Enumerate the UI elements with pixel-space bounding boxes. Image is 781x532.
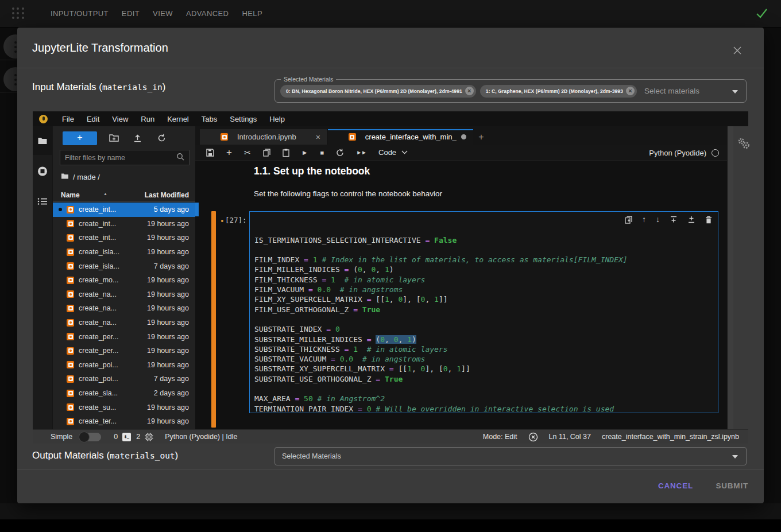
app-menu-item-input-output[interactable]: INPUT/OUTPUT bbox=[51, 6, 109, 21]
close-icon[interactable] bbox=[732, 45, 743, 56]
move-cell-up-icon[interactable]: ↑ bbox=[642, 215, 646, 224]
mode-indicator[interactable]: Mode: Edit bbox=[483, 433, 517, 441]
file-row[interactable]: create_sla...2 days ago bbox=[53, 386, 195, 401]
delete-cell-icon[interactable] bbox=[705, 215, 712, 224]
upload-icon[interactable] bbox=[133, 134, 142, 144]
settings-gears-icon[interactable] bbox=[737, 137, 751, 152]
footer-divider bbox=[17, 469, 764, 470]
code-editor[interactable]: IS_TERMINATIONS_SELECTION_INTERACTIVE = … bbox=[249, 211, 718, 413]
filter-files-input[interactable]: Filter files by name bbox=[60, 150, 190, 165]
submit-button[interactable]: SUBMIT bbox=[716, 481, 748, 490]
file-row[interactable]: create_mo...19 hours ago bbox=[53, 273, 195, 288]
output-materials-select[interactable]: Selected Materials bbox=[274, 447, 747, 465]
chip-remove-icon[interactable]: × bbox=[465, 87, 474, 95]
paste-icon[interactable] bbox=[283, 149, 289, 157]
app-menu-item-advanced[interactable]: ADVANCED bbox=[186, 6, 229, 21]
kernel-status[interactable]: Python (Pyodide) | Idle bbox=[165, 433, 237, 441]
cancel-button[interactable]: CANCEL bbox=[658, 481, 693, 490]
app-menu-item-help[interactable]: HELP bbox=[242, 6, 262, 21]
file-name: create_sla... bbox=[79, 389, 118, 397]
file-row[interactable]: create_su...19 hours ago bbox=[53, 400, 195, 414]
copy-icon[interactable] bbox=[263, 149, 270, 157]
simple-mode-label: Simple bbox=[51, 433, 72, 441]
header-divider bbox=[17, 68, 764, 68]
file-row[interactable]: create_per...19 hours ago bbox=[53, 329, 195, 344]
file-row[interactable]: create_int...5 days ago bbox=[53, 203, 195, 217]
table-of-contents-icon[interactable] bbox=[37, 197, 48, 207]
simple-mode-toggle[interactable] bbox=[79, 433, 101, 441]
file-row[interactable]: create_int...19 hours ago bbox=[53, 231, 195, 245]
running-sessions-icon[interactable] bbox=[37, 166, 48, 178]
notebook-file-icon bbox=[67, 277, 74, 284]
jupyterlite-frame: FileEditViewRunKernelTabsSettingsHelp bbox=[33, 111, 748, 444]
file-row[interactable]: create_int...19 hours ago bbox=[53, 217, 195, 231]
file-modified: 5 days ago bbox=[154, 205, 189, 213]
file-row[interactable]: create_poi...19 hours ago bbox=[53, 358, 195, 372]
insert-cell-icon[interactable]: + bbox=[226, 147, 232, 158]
insert-cell-below-icon[interactable] bbox=[687, 215, 695, 224]
cell-prompt-zone: [27]: bbox=[216, 211, 249, 428]
file-row[interactable]: create_na...19 hours ago bbox=[53, 316, 195, 330]
run-icon[interactable]: ► bbox=[301, 149, 308, 157]
code-line bbox=[254, 314, 713, 324]
scrollbar-track[interactable] bbox=[727, 126, 733, 429]
move-cell-down-icon[interactable]: ↓ bbox=[656, 215, 660, 224]
chip-remove-icon[interactable]: × bbox=[626, 87, 635, 95]
cursor-position[interactable]: Ln 11, Col 37 bbox=[549, 433, 591, 441]
file-row[interactable]: create_isla...7 days ago bbox=[53, 259, 195, 273]
jupyter-menu-item-file[interactable]: File bbox=[56, 115, 80, 123]
tab-close-icon[interactable]: × bbox=[316, 133, 320, 142]
file-browser-icon[interactable] bbox=[38, 137, 48, 147]
tab-create-interface[interactable]: create_interface_with_min_ bbox=[328, 129, 473, 145]
notebook-file-icon bbox=[67, 333, 74, 340]
jupyter-menu-item-tabs[interactable]: Tabs bbox=[195, 115, 223, 123]
kernel-indicator[interactable]: Python (Pyodide) bbox=[649, 145, 719, 161]
column-name[interactable]: Name bbox=[61, 191, 80, 199]
insert-cell-above-icon[interactable] bbox=[670, 215, 678, 224]
jupyter-menu-item-view[interactable]: View bbox=[106, 115, 134, 123]
kernels-count[interactable]: 2 bbox=[136, 433, 140, 441]
app-menu-item-view[interactable]: VIEW bbox=[153, 6, 173, 21]
new-tab-button[interactable]: + bbox=[473, 129, 489, 145]
jupyter-menu-item-help[interactable]: Help bbox=[263, 115, 291, 123]
new-folder-icon[interactable] bbox=[109, 134, 119, 143]
run-all-icon[interactable]: ►► bbox=[356, 149, 366, 156]
jupyter-menu-item-kernel[interactable]: Kernel bbox=[161, 115, 195, 123]
selected-materials-select[interactable]: Selected Materials 0: BN, Hexagonal Boro… bbox=[274, 79, 747, 103]
cell-type-dropdown[interactable]: Code bbox=[378, 148, 408, 157]
notebook-file-icon bbox=[67, 361, 74, 368]
file-row[interactable]: create_na...19 hours ago bbox=[53, 288, 195, 302]
duplicate-cell-icon[interactable] bbox=[625, 215, 632, 224]
code-line: FILM_USE_ORTHOGONAL_Z = True bbox=[254, 305, 713, 314]
cell-collapser[interactable] bbox=[211, 211, 216, 428]
terminals-count[interactable]: 0 bbox=[114, 433, 118, 441]
file-row[interactable]: create_poi...7 days ago bbox=[53, 372, 195, 386]
unsaved-dot-icon bbox=[461, 134, 466, 139]
save-icon[interactable] bbox=[206, 149, 214, 157]
statusbar-filename: create_interface_with_min_strain_zsl.ipy… bbox=[602, 433, 739, 441]
chevron-down-icon[interactable] bbox=[732, 90, 738, 94]
jupyter-menu-item-run[interactable]: Run bbox=[134, 115, 161, 123]
app-menu-item-edit[interactable]: EDIT bbox=[122, 6, 140, 21]
notebook-file-icon bbox=[67, 390, 74, 397]
refresh-icon[interactable] bbox=[157, 134, 166, 144]
file-row[interactable]: create_per...19 hours ago bbox=[53, 344, 195, 358]
new-launcher-button[interactable]: + bbox=[63, 131, 97, 145]
jupyter-menu-item-edit[interactable]: Edit bbox=[80, 115, 106, 123]
material-chip[interactable]: 1: C, Graphene, HEX (P6/mmm) 2D (Monolay… bbox=[480, 85, 637, 98]
tab-introduction[interactable]: Introduction.ipynb × bbox=[200, 129, 328, 145]
file-row[interactable]: create_ter...19 hours ago bbox=[53, 414, 195, 429]
restart-kernel-icon[interactable] bbox=[336, 149, 344, 157]
column-last-modified[interactable]: Last Modified bbox=[145, 191, 189, 199]
app-logo-icon[interactable] bbox=[12, 7, 25, 20]
material-chip[interactable]: 0: BN, Hexagonal Boron Nitride, HEX (P6/… bbox=[280, 85, 476, 98]
file-row[interactable]: create_na...19 hours ago bbox=[53, 301, 195, 316]
notebook-scroll-area[interactable]: 1.1. Set up the notebook Set the followi… bbox=[195, 161, 727, 429]
file-row[interactable]: create_isla...19 hours ago bbox=[53, 245, 195, 259]
jupyter-menu-item-settings[interactable]: Settings bbox=[223, 115, 263, 123]
backdrop-bottom bbox=[0, 519, 781, 532]
breadcrumb[interactable]: / made / bbox=[61, 173, 100, 181]
stop-icon[interactable]: ■ bbox=[320, 149, 324, 156]
chevron-down-icon[interactable] bbox=[732, 455, 738, 459]
cut-icon[interactable]: ✂ bbox=[244, 148, 251, 157]
